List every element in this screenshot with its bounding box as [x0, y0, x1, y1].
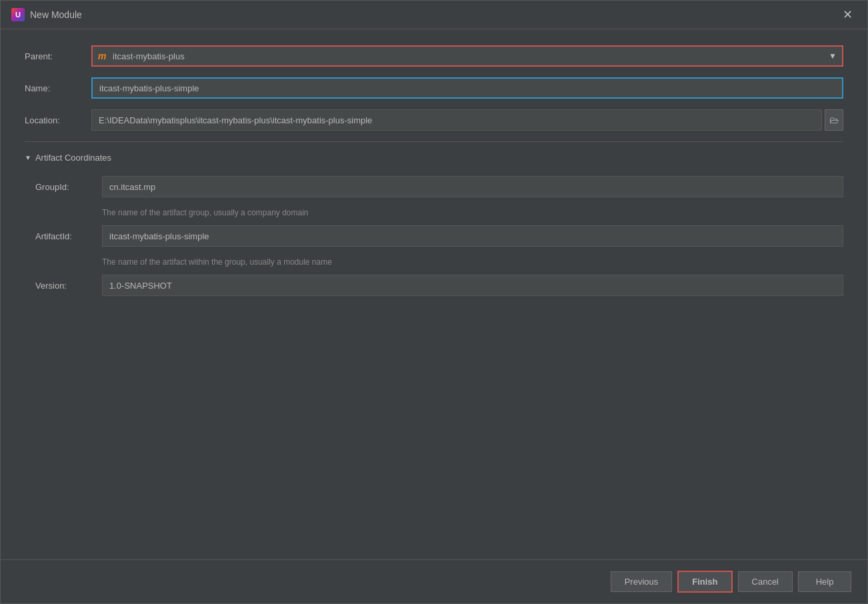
- artifactid-input[interactable]: [102, 225, 843, 247]
- location-wrapper: 🗁: [91, 109, 843, 131]
- browse-folder-button[interactable]: 🗁: [825, 109, 843, 131]
- groupid-label: GroupId:: [35, 182, 102, 192]
- groupid-wrapper: [102, 176, 843, 197]
- parent-wrapper: m itcast-mybatis-plus ▼: [91, 45, 843, 67]
- folder-icon: 🗁: [829, 115, 839, 125]
- collapse-arrow-icon: ▼: [25, 154, 31, 161]
- groupid-row: GroupId:: [35, 176, 843, 197]
- artifactid-label: ArtifactId:: [35, 231, 102, 241]
- parent-value: itcast-mybatis-plus: [113, 51, 185, 61]
- location-row: Location: 🗁: [25, 109, 843, 131]
- groupid-hint: The name of the artifact group, usually …: [102, 208, 843, 217]
- artifact-section-content: GroupId: The name of the artifact group,…: [25, 176, 843, 296]
- artifactid-row: ArtifactId:: [35, 225, 843, 247]
- close-button[interactable]: ✕: [839, 7, 857, 22]
- parent-row: Parent: m itcast-mybatis-plus ▼: [25, 45, 843, 67]
- artifact-section-header[interactable]: ▼ Artifact Coordinates: [25, 153, 843, 163]
- name-row: Name:: [25, 77, 843, 99]
- section-title: Artifact Coordinates: [35, 153, 111, 163]
- parent-label: Parent:: [25, 51, 91, 61]
- divider: [25, 141, 843, 142]
- version-row: Version:: [35, 275, 843, 296]
- location-label: Location:: [25, 115, 91, 125]
- cancel-button[interactable]: Cancel: [738, 571, 793, 592]
- version-wrapper: [102, 275, 843, 296]
- title-bar-left: U New Module: [11, 8, 82, 21]
- name-label: Name:: [25, 83, 91, 93]
- name-wrapper: [91, 77, 843, 99]
- version-input[interactable]: [102, 275, 843, 296]
- dropdown-chevron-icon: ▼: [829, 51, 837, 61]
- dialog-footer: Previous Finish Cancel Help: [1, 559, 867, 603]
- title-bar: U New Module ✕: [1, 1, 867, 29]
- artifactid-hint: The name of the artifact within the grou…: [102, 257, 843, 267]
- dialog-title: New Module: [30, 9, 82, 20]
- finish-button[interactable]: Finish: [677, 571, 732, 593]
- maven-icon: m: [98, 51, 109, 61]
- parent-select[interactable]: m itcast-mybatis-plus ▼: [91, 45, 843, 67]
- version-label: Version:: [35, 281, 102, 291]
- previous-button[interactable]: Previous: [611, 571, 673, 592]
- app-icon: U: [11, 8, 25, 21]
- artifactid-wrapper: [102, 225, 843, 247]
- location-input[interactable]: [91, 109, 822, 131]
- dialog-content: Parent: m itcast-mybatis-plus ▼ Name: Lo…: [1, 29, 867, 559]
- help-button[interactable]: Help: [798, 571, 851, 592]
- groupid-input[interactable]: [102, 176, 843, 197]
- name-input[interactable]: [91, 77, 843, 99]
- new-module-dialog: U New Module ✕ Parent: m itcast-mybatis-…: [0, 0, 868, 604]
